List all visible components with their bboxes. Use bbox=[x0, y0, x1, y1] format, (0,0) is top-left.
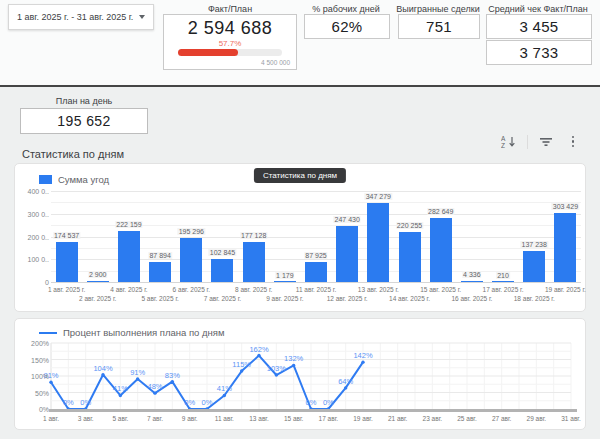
bar[interactable] bbox=[243, 242, 265, 282]
bar-chart-panel: Сумма угод Статистика по дням 174 5372 9… bbox=[14, 163, 586, 312]
data-point[interactable] bbox=[119, 394, 122, 397]
won-deals-scorecard: 751 bbox=[398, 14, 480, 39]
bar[interactable] bbox=[305, 262, 327, 282]
sort-az-icon[interactable]: A Z bbox=[500, 134, 518, 149]
avg-check-plan-value: 3 733 bbox=[519, 44, 558, 61]
gridline bbox=[51, 214, 581, 215]
x-tick-label: 11 авг. 2025 г. bbox=[284, 286, 348, 293]
avg-check-fact-value: 3 455 bbox=[519, 18, 558, 35]
x-tick-label: 15 авг. 2025 г. bbox=[409, 286, 473, 293]
data-point[interactable] bbox=[49, 381, 52, 384]
y-tick-label: 150% bbox=[17, 357, 49, 364]
bar[interactable] bbox=[523, 251, 545, 282]
bar-value-label: 177 128 bbox=[240, 232, 267, 239]
point-label: 115% bbox=[232, 360, 251, 369]
point-label: 0% bbox=[80, 398, 91, 407]
date-range-filter[interactable]: 1 авг. 2025 г. - 31 авг. 2025 г. bbox=[8, 4, 154, 30]
workdays-card-title: % рабочих дней bbox=[300, 4, 392, 14]
bar-chart-plot[interactable]: 174 5372 900222 15987 894195 296102 8451… bbox=[51, 191, 581, 282]
x-tick-label: 1 авг. 2025 г. bbox=[35, 286, 99, 293]
bar-value-label: 210 bbox=[496, 272, 510, 279]
bar-value-label: 195 296 bbox=[178, 228, 205, 235]
fact-plan-value: 2 594 688 bbox=[164, 18, 296, 39]
data-point[interactable] bbox=[136, 377, 139, 380]
fact-plan-progressbar bbox=[178, 49, 282, 56]
bar[interactable] bbox=[367, 203, 389, 282]
bar[interactable] bbox=[274, 281, 296, 282]
x-tick-label: 12 авг. 2025 г. bbox=[315, 295, 379, 302]
filter-icon[interactable] bbox=[537, 134, 555, 149]
bar[interactable] bbox=[492, 281, 514, 282]
bar[interactable] bbox=[430, 218, 452, 282]
data-point[interactable] bbox=[223, 394, 226, 397]
fact-plan-card-title: Факт/План bbox=[160, 4, 300, 14]
point-label: 48% bbox=[147, 382, 162, 391]
data-point[interactable] bbox=[101, 373, 104, 376]
y-tick-label: 300 0.. bbox=[17, 211, 49, 218]
y-tick-label: 400 0.. bbox=[17, 188, 49, 195]
point-label: 0% bbox=[306, 398, 317, 407]
x-tick-label: 18 авг. 2025 г. bbox=[502, 295, 566, 302]
point-label: 91% bbox=[130, 368, 145, 377]
legend-line-swatch bbox=[39, 332, 57, 334]
line-chart-panel: Процент выполнения плана по дням 81%0%0%… bbox=[14, 318, 586, 430]
fact-plan-target: 4 500 000 bbox=[261, 59, 290, 66]
point-label: 103% bbox=[267, 364, 287, 373]
bar[interactable] bbox=[554, 213, 576, 282]
line-chart-plot[interactable]: 81%0%0%104%41%91%48%83%0%0%41%115%162%10… bbox=[51, 343, 571, 409]
plan-per-day-value: 195 652 bbox=[57, 113, 110, 129]
point-label: 104% bbox=[93, 364, 113, 373]
x-tick-label: 8 авг. 2025 г. bbox=[222, 286, 286, 293]
plan-per-day-title: План на день bbox=[20, 96, 148, 106]
bar-chart-legend-label: Сумма угод bbox=[58, 174, 109, 185]
bar[interactable] bbox=[461, 281, 483, 282]
data-point[interactable] bbox=[344, 386, 347, 389]
gridline bbox=[51, 202, 581, 203]
bar-value-label: 282 649 bbox=[427, 208, 454, 215]
line-chart-legend-label: Процент выполнения плана по дням bbox=[63, 327, 224, 338]
fact-plan-percent: 57.7% bbox=[164, 39, 296, 48]
y-tick-label: 100 0.. bbox=[17, 256, 49, 263]
data-point[interactable] bbox=[257, 354, 260, 357]
bar[interactable] bbox=[149, 262, 171, 282]
data-point[interactable] bbox=[292, 364, 295, 367]
bar[interactable] bbox=[56, 242, 78, 282]
bar[interactable] bbox=[180, 238, 202, 282]
x-tick-label: 17 авг. 2025 г. bbox=[471, 286, 535, 293]
bar-value-label: 303 429 bbox=[552, 203, 579, 210]
x-tick-label: 6 авг. 2025 г. bbox=[159, 286, 223, 293]
bar-value-label: 87 894 bbox=[148, 252, 171, 259]
data-point[interactable] bbox=[171, 380, 174, 383]
bar[interactable] bbox=[336, 226, 358, 282]
data-point[interactable] bbox=[240, 369, 243, 372]
bar-value-label: 137 238 bbox=[521, 241, 548, 248]
y-tick-label: 50% bbox=[17, 390, 49, 397]
bar[interactable] bbox=[87, 281, 109, 282]
avg-check-card-title: Средний чек Факт/План bbox=[482, 4, 594, 14]
x-tick-label: 2 авг. 2025 г. bbox=[66, 295, 130, 302]
data-point[interactable] bbox=[153, 391, 156, 394]
y-tick-label: 0% bbox=[17, 406, 49, 413]
bar-value-label: 174 537 bbox=[53, 232, 80, 239]
x-tick-label: 31 авг. bbox=[546, 415, 596, 422]
point-label: 64% bbox=[338, 377, 353, 386]
plan-per-day-scorecard: 195 652 bbox=[20, 108, 148, 134]
x-tick-label: 16 авг. 2025 г. bbox=[440, 295, 504, 302]
point-label: 0% bbox=[184, 398, 195, 407]
bar[interactable] bbox=[399, 232, 421, 282]
bar-value-label: 1 179 bbox=[275, 272, 295, 279]
x-tick-label: 9 авг. 2025 г. bbox=[253, 295, 317, 302]
point-label: 41% bbox=[217, 384, 232, 393]
header-bar: 1 авг. 2025 г. - 31 авг. 2025 г. Факт/Пл… bbox=[0, 0, 600, 87]
data-point[interactable] bbox=[275, 373, 278, 376]
more-vertical-icon[interactable] bbox=[564, 134, 582, 149]
line-chart-baseline bbox=[49, 409, 577, 412]
x-tick-label: 19 авг. 2025 г. bbox=[533, 286, 597, 293]
bar[interactable] bbox=[211, 259, 233, 282]
x-tick-label: 14 авг. 2025 г. bbox=[378, 295, 442, 302]
date-range-label: 1 авг. 2025 г. - 31 авг. 2025 г. bbox=[17, 12, 133, 22]
point-label: 162% bbox=[249, 345, 269, 354]
bar[interactable] bbox=[118, 231, 140, 282]
data-point[interactable] bbox=[361, 360, 364, 363]
avg-check-fact-scorecard: 3 455 bbox=[486, 14, 592, 39]
